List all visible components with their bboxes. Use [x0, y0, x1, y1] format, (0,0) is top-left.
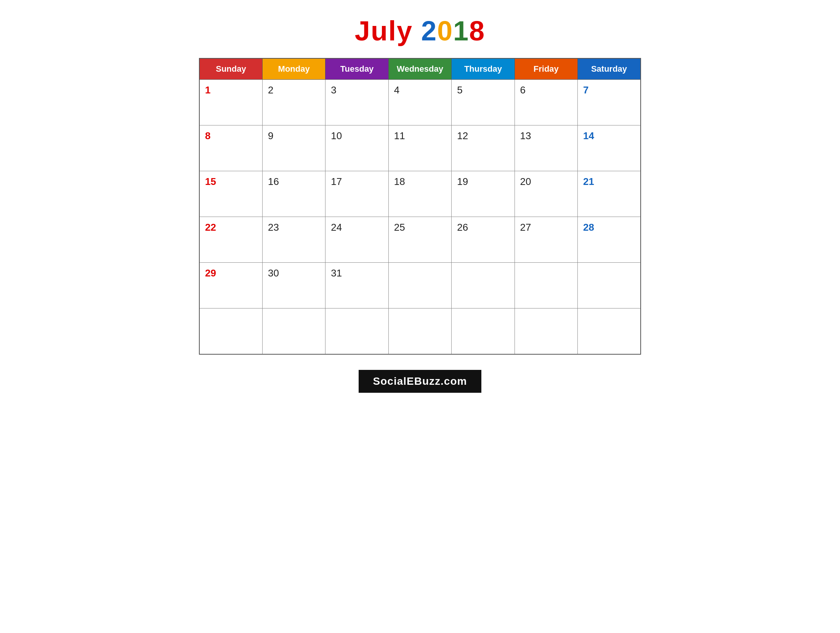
calendar-day: 20 [515, 171, 577, 217]
calendar-row: 15161718192021 [199, 171, 641, 217]
calendar-day: 16 [262, 171, 325, 217]
calendar-day: 1 [199, 80, 262, 125]
calendar-day: 30 [262, 263, 325, 308]
calendar-table: Sunday Monday Tuesday Wednesday Thursday… [199, 58, 641, 355]
calendar-day: 8 [199, 125, 262, 171]
calendar-day: 29 [199, 263, 262, 308]
calendar-day: 10 [325, 125, 388, 171]
calendar-day [388, 263, 451, 308]
calendar-day: 28 [578, 217, 641, 263]
calendar-day: 4 [388, 80, 451, 125]
calendar-day: 19 [452, 171, 515, 217]
calendar-day [578, 263, 641, 308]
header-saturday: Saturday [578, 58, 641, 80]
calendar-day [515, 308, 577, 354]
calendar-day [515, 263, 577, 308]
header-sunday: Sunday [199, 58, 262, 80]
title-1: 1 [453, 16, 469, 46]
calendar-day: 2 [262, 80, 325, 125]
calendar-day [388, 308, 451, 354]
header-row: Sunday Monday Tuesday Wednesday Thursday… [199, 58, 641, 80]
calendar-day: 11 [388, 125, 451, 171]
calendar-body: 1234567891011121314151617181920212223242… [199, 80, 641, 354]
calendar-day [578, 308, 641, 354]
calendar-day: 21 [578, 171, 641, 217]
calendar-day: 27 [515, 217, 577, 263]
calendar-day: 26 [452, 217, 515, 263]
calendar-day: 22 [199, 217, 262, 263]
calendar-day: 9 [262, 125, 325, 171]
page-title: July 2018 [355, 15, 485, 47]
header-tuesday: Tuesday [325, 58, 388, 80]
title-july: July [355, 16, 413, 46]
calendar-day: 6 [515, 80, 577, 125]
footer-badge: SocialEBuzz.com [359, 370, 482, 393]
calendar-row: 1234567 [199, 80, 641, 125]
calendar-day: 31 [325, 263, 388, 308]
calendar-row: 22232425262728 [199, 217, 641, 263]
calendar-day: 25 [388, 217, 451, 263]
header-wednesday: Wednesday [388, 58, 451, 80]
title-8: 8 [469, 16, 485, 46]
calendar-day: 13 [515, 125, 577, 171]
calendar-day: 14 [578, 125, 641, 171]
calendar-day: 5 [452, 80, 515, 125]
calendar-row [199, 308, 641, 354]
calendar-day [452, 263, 515, 308]
calendar-day: 24 [325, 217, 388, 263]
calendar-row: 891011121314 [199, 125, 641, 171]
calendar-day: 15 [199, 171, 262, 217]
calendar-day: 7 [578, 80, 641, 125]
title-0: 0 [437, 16, 453, 46]
calendar-day: 23 [262, 217, 325, 263]
header-thursday: Thursday [452, 58, 515, 80]
calendar-day [452, 308, 515, 354]
calendar-day: 17 [325, 171, 388, 217]
calendar-day: 18 [388, 171, 451, 217]
calendar-day [262, 308, 325, 354]
calendar-day: 3 [325, 80, 388, 125]
calendar-row: 293031 [199, 263, 641, 308]
title-2: 2 [421, 16, 437, 46]
calendar-day: 12 [452, 125, 515, 171]
calendar-day [199, 308, 262, 354]
header-monday: Monday [262, 58, 325, 80]
header-friday: Friday [515, 58, 577, 80]
calendar-day [325, 308, 388, 354]
